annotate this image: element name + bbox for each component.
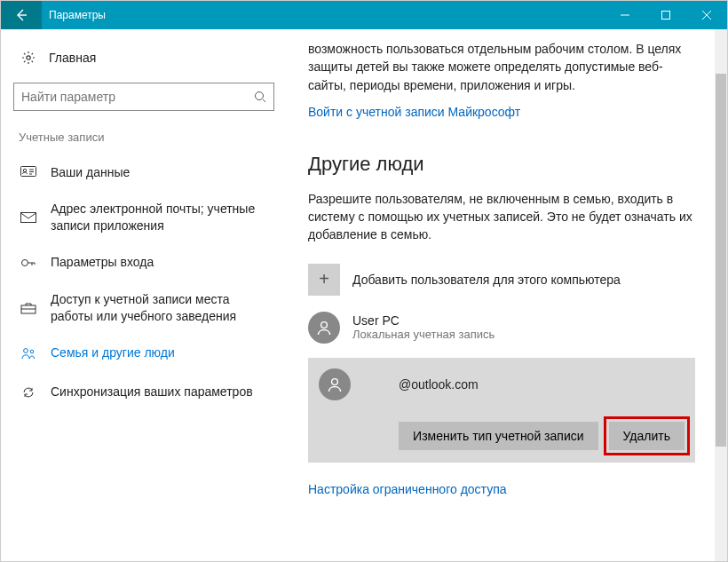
- svg-point-10: [321, 321, 328, 328]
- scrollbar-thumb[interactable]: [716, 74, 726, 447]
- id-card-icon: [19, 166, 38, 178]
- add-user-label: Добавить пользователя для этого компьюте…: [352, 273, 621, 287]
- selected-user-block: @outlook.com Изменить тип учетной записи…: [308, 358, 695, 463]
- person-icon: [315, 319, 333, 336]
- family-intro-text: возможность пользоваться отдельным рабоч…: [308, 40, 695, 94]
- home-label: Главная: [49, 51, 96, 65]
- other-people-title: Другие люди: [308, 153, 695, 176]
- user-name: User PC: [352, 313, 495, 328]
- microsoft-signin-link[interactable]: Войти с учетной записи Майкрософт: [308, 105, 695, 119]
- user-row-local[interactable]: User PC Локальная учетная запись: [308, 312, 695, 344]
- svg-rect-5: [21, 212, 36, 222]
- people-icon: [19, 347, 38, 360]
- search-box[interactable]: [13, 83, 274, 111]
- briefcase-icon: [19, 302, 38, 314]
- sidebar-item-label: Семья и другие люди: [51, 344, 175, 361]
- mail-icon: [19, 212, 38, 223]
- titlebar: Параметры: [1, 1, 727, 29]
- sidebar: Главная Учетные записи Ваши данные Адрес…: [1, 29, 287, 561]
- sidebar-item-family[interactable]: Семья и другие люди: [1, 334, 287, 373]
- svg-point-9: [30, 350, 34, 353]
- arrow-left-icon: [14, 8, 28, 22]
- search-icon: [254, 91, 266, 103]
- maximize-button[interactable]: [645, 1, 686, 29]
- gear-icon: [19, 51, 38, 65]
- home-link[interactable]: Главная: [1, 45, 287, 77]
- svg-rect-0: [662, 12, 670, 20]
- svg-point-6: [22, 259, 28, 265]
- other-people-desc: Разрешите пользователям, не включенным в…: [308, 190, 695, 244]
- svg-point-4: [23, 169, 26, 171]
- user-row-outlook[interactable]: @outlook.com: [319, 368, 684, 400]
- sidebar-item-email[interactable]: Адрес электронной почты; учетные записи …: [1, 192, 287, 243]
- sidebar-item-label: Адрес электронной почты; учетные записи …: [51, 201, 269, 234]
- minimize-icon: [621, 11, 629, 20]
- delete-user-button[interactable]: Удалить: [609, 422, 684, 450]
- minimize-button[interactable]: [605, 1, 645, 29]
- sidebar-item-label: Синхронизация ваших параметров: [51, 384, 253, 400]
- search-input[interactable]: [21, 90, 254, 104]
- sidebar-item-sync[interactable]: Синхронизация ваших параметров: [1, 373, 287, 412]
- content-pane: возможность пользоваться отдельным рабоч…: [287, 29, 727, 561]
- key-icon: [19, 257, 38, 269]
- sidebar-item-label: Доступ к учетной записи места работы или…: [51, 291, 269, 325]
- change-account-type-button[interactable]: Изменить тип учетной записи: [399, 422, 597, 450]
- scrollbar-track[interactable]: [715, 29, 727, 561]
- plus-icon: +: [308, 264, 340, 296]
- sync-icon: [19, 385, 38, 400]
- svg-point-1: [27, 56, 30, 59]
- sidebar-item-label: Параметры входа: [51, 254, 154, 271]
- sidebar-section-label: Учетные записи: [1, 125, 287, 153]
- avatar: [319, 368, 351, 400]
- svg-point-2: [256, 92, 264, 100]
- maximize-icon: [661, 11, 670, 20]
- sidebar-item-label: Ваши данные: [51, 164, 130, 181]
- add-user-button[interactable]: + Добавить пользователя для этого компью…: [308, 264, 695, 296]
- sidebar-item-signin-options[interactable]: Параметры входа: [1, 243, 287, 282]
- close-button[interactable]: [686, 1, 727, 29]
- window-title: Параметры: [42, 9, 605, 21]
- svg-point-11: [332, 378, 338, 384]
- sidebar-item-work-school[interactable]: Доступ к учетной записи места работы или…: [1, 282, 287, 334]
- avatar: [308, 312, 340, 344]
- restricted-access-link[interactable]: Настройка ограниченного доступа: [308, 482, 695, 496]
- person-icon: [326, 376, 344, 393]
- user-desc: Локальная учетная запись: [352, 328, 495, 341]
- svg-point-8: [24, 348, 28, 352]
- back-button[interactable]: [1, 1, 42, 29]
- close-icon: [702, 11, 711, 20]
- sidebar-item-your-info[interactable]: Ваши данные: [1, 153, 287, 192]
- user-name: @outlook.com: [399, 377, 479, 392]
